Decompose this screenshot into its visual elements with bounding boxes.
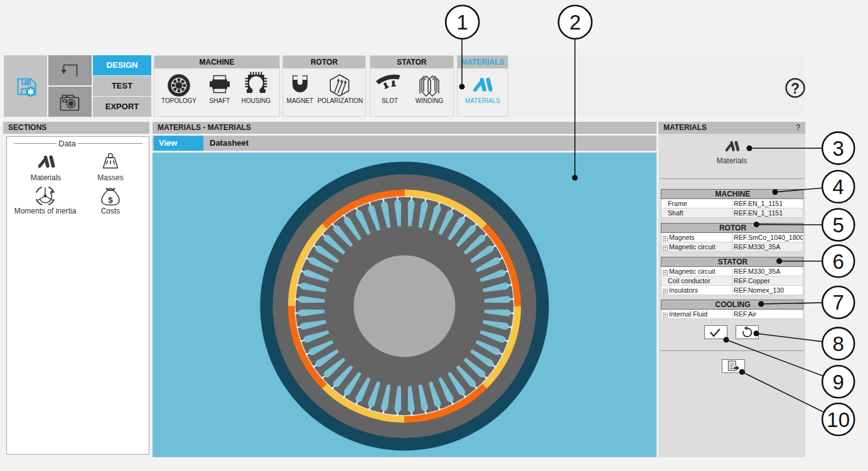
- svg-text:9: 9: [833, 371, 844, 394]
- svg-text:1: 1: [457, 11, 468, 34]
- svg-text:8: 8: [833, 332, 844, 355]
- svg-text:6: 6: [833, 250, 844, 273]
- svg-text:5: 5: [833, 214, 844, 237]
- svg-text:7: 7: [833, 291, 844, 314]
- svg-text:10: 10: [827, 408, 850, 431]
- svg-text:2: 2: [569, 11, 581, 34]
- svg-text:4: 4: [833, 175, 844, 198]
- svg-text:3: 3: [833, 137, 844, 160]
